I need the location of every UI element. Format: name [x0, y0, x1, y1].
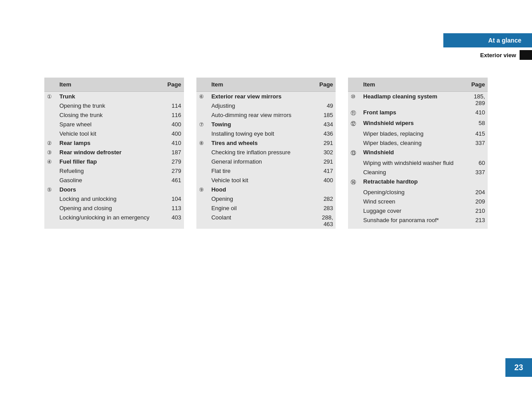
table2-header-item: Item [209, 78, 314, 92]
table-2: Item Page ⑥Exterior rear view mirrorsAdj… [196, 78, 336, 229]
table-3: Item Page ⑩Headlamp cleaning system185, … [348, 78, 488, 225]
table2-header-row: Item Page [196, 78, 336, 92]
table-row: Coolant288, 463 [196, 213, 336, 229]
row-num [44, 176, 57, 185]
row-item: Closing the trunk [57, 110, 162, 120]
row-item: Fuel filler flap [57, 157, 162, 166]
row-num [348, 188, 360, 197]
row-item: Flat tire [209, 166, 314, 176]
table1-header-item: Item [57, 78, 162, 92]
table-row: Wiper blades, replacing415 [348, 129, 488, 138]
table-row: Wiper blades, cleaning337 [348, 138, 488, 148]
tables-area: Item Page ①TrunkOpening the trunk114Clos… [44, 78, 488, 229]
row-item: Opening and closing [57, 203, 162, 213]
table2-header-page: Page [313, 78, 336, 92]
row-page: 279 [162, 157, 184, 166]
row-num: ④ [44, 157, 57, 166]
row-page: 116 [162, 110, 184, 120]
row-item: Trunk [57, 92, 162, 102]
row-num [44, 203, 57, 213]
table-col-1: Item Page ①TrunkOpening the trunk114Clos… [44, 78, 184, 229]
row-num [44, 120, 57, 129]
table-row: Gasoline461 [44, 176, 184, 185]
row-num [196, 166, 209, 176]
row-num: ⑬ [348, 148, 360, 158]
table-row: Installing towing eye bolt436 [196, 129, 336, 138]
row-item: General information [209, 157, 314, 166]
row-num [348, 197, 360, 206]
row-num [348, 129, 360, 138]
table-row: Opening282 [196, 194, 336, 203]
row-item: Spare wheel [57, 120, 162, 129]
row-page [313, 185, 336, 194]
table-row: ②Rear lamps410 [44, 138, 184, 148]
table-row: ③Rear window defroster187 [44, 148, 184, 157]
row-item: Refueling [57, 166, 162, 176]
row-num [44, 110, 57, 120]
row-item: Opening the trunk [57, 101, 162, 110]
row-num: ⑪ [348, 108, 360, 118]
row-page: 288, 463 [313, 213, 336, 229]
exterior-view-bar: Exterior view [480, 47, 532, 63]
table-row: ⑤Doors [44, 185, 184, 194]
row-num: ① [44, 92, 57, 102]
row-page: 291 [313, 157, 336, 166]
table-row: Auto-dimming rear view mirrors185 [196, 110, 336, 120]
row-item: Rear window defroster [57, 148, 162, 157]
row-page [162, 92, 184, 102]
table-row: ⑭Retractable hardtop [348, 177, 488, 188]
row-item: Wind screen [360, 197, 466, 206]
row-page: 400 [162, 120, 184, 129]
row-num: ② [44, 138, 57, 148]
row-item: Tires and wheels [209, 138, 314, 148]
table-col-2: Item Page ⑥Exterior rear view mirrorsAdj… [196, 78, 336, 229]
row-page [466, 148, 488, 158]
row-page: 60 [466, 158, 488, 168]
table-row: ⑨Hood [196, 185, 336, 194]
row-page: 415 [466, 129, 488, 138]
row-num [196, 194, 209, 203]
table-row: ⑩Headlamp cleaning system185, 289 [348, 92, 488, 108]
table-row: Opening the trunk114 [44, 101, 184, 110]
table-row: ①Trunk [44, 92, 184, 102]
row-num: ⑨ [196, 185, 209, 194]
row-num [196, 213, 209, 229]
row-item: Wiping with windshield washer fluid [360, 158, 466, 168]
row-num [196, 203, 209, 213]
row-num [44, 213, 57, 222]
row-page: 337 [466, 168, 488, 177]
row-page: 213 [466, 215, 488, 225]
row-page: 187 [162, 148, 184, 157]
row-page: 279 [162, 166, 184, 176]
row-item: Windshield [360, 148, 466, 158]
page-number-box: 23 [505, 358, 532, 377]
table3-header-page: Page [466, 78, 488, 92]
table-row: Closing the trunk116 [44, 110, 184, 120]
row-num: ③ [44, 148, 57, 157]
table3-header-num [348, 78, 360, 92]
table-row: ⑫Windshield wipers58 [348, 118, 488, 129]
table1-header-page: Page [162, 78, 184, 92]
row-item: Retractable hardtop [360, 177, 466, 188]
table-row: ⑬Windshield [348, 148, 488, 158]
row-item: Locking/unlocking in an emergency [57, 213, 162, 222]
row-page: 403 [162, 213, 184, 222]
row-num [348, 158, 360, 168]
row-page [313, 92, 336, 102]
row-item: Headlamp cleaning system [360, 92, 466, 108]
row-page: 210 [466, 206, 488, 215]
table-row: Spare wheel400 [44, 120, 184, 129]
row-num [44, 194, 57, 203]
row-num [348, 206, 360, 215]
row-num [196, 176, 209, 185]
row-num [196, 101, 209, 110]
row-item: Front lamps [360, 108, 466, 118]
row-page: 337 [466, 138, 488, 148]
row-num: ⑦ [196, 120, 209, 129]
table-row: ⑪Front lamps410 [348, 108, 488, 118]
table-row: Locking and unlocking104 [44, 194, 184, 203]
row-num: ⑫ [348, 118, 360, 129]
table-col-3: Item Page ⑩Headlamp cleaning system185, … [348, 78, 488, 229]
exterior-view-box [520, 50, 532, 60]
table-row: Opening/closing204 [348, 188, 488, 197]
